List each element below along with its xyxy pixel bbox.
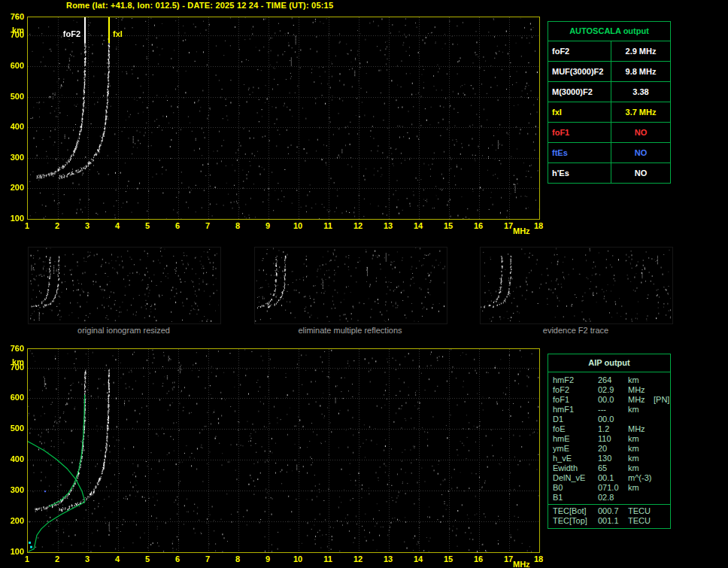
- autoscala-row-value: NO: [611, 163, 670, 183]
- x-tick-label: 15: [440, 221, 457, 230]
- x-tick-label: 8: [229, 554, 246, 563]
- aip-extra: [654, 385, 670, 395]
- aip-name: hmF1: [548, 405, 598, 415]
- x-tick-label: 2: [49, 221, 65, 230]
- x-tick-label: 9: [259, 221, 276, 230]
- autoscala-row: ftEsNO: [548, 143, 670, 163]
- x-tick-label: 16: [470, 221, 487, 230]
- autoscala-row-label: foF1: [548, 123, 611, 142]
- aip-name: B1: [548, 493, 598, 503]
- autoscala-row-label: foF2: [548, 41, 611, 61]
- aip-row: TEC[Top]001.1TECU: [548, 516, 670, 526]
- y-tick-label: 200: [2, 516, 24, 525]
- aip-unit: km: [628, 444, 654, 454]
- x-tick-label: 3: [79, 554, 96, 563]
- aip-row: Ewidth65km: [548, 463, 670, 473]
- x-tick-label: 10: [290, 554, 306, 563]
- aip-name: TEC[Bot]: [548, 506, 598, 516]
- y-tick-label: 200: [2, 183, 24, 192]
- aip-extra: [654, 405, 670, 415]
- aip-val: 02.9: [598, 385, 628, 395]
- aip-extra: [654, 375, 670, 385]
- autoscala-row-value: 9.8 MHz: [611, 62, 670, 81]
- x-tick-label: 10: [290, 221, 306, 230]
- autoscala-row-value: NO: [611, 143, 670, 163]
- x-tick-label: 11: [320, 554, 336, 563]
- aip-unit: [628, 415, 654, 424]
- aip-extra: [654, 454, 670, 463]
- aip-unit: km: [628, 454, 654, 463]
- y-tick-label: 300: [2, 485, 24, 494]
- aip-val: 000.7: [598, 506, 628, 516]
- x-tick-label: 9: [259, 554, 276, 563]
- aip-unit: MHz: [628, 385, 654, 395]
- aip-name: hmE: [548, 434, 598, 444]
- autoscala-row-value: 3.38: [611, 82, 670, 102]
- aip-row: DelN_vE00.1m^(-3): [548, 473, 670, 483]
- aip-unit: MHz: [628, 424, 654, 434]
- aip-tec-separator: [548, 504, 670, 505]
- x-tick-label: 4: [109, 221, 126, 230]
- aip-row: foF100.0MHz[PN]: [548, 395, 670, 405]
- x-tick-label: 18: [530, 221, 547, 230]
- y-tick-label: 760: [2, 344, 24, 353]
- y-axis-unit: km: [2, 357, 24, 366]
- aip-unit: km: [628, 405, 654, 415]
- autoscala-row-value: 3.7 MHz: [611, 102, 670, 122]
- autoscala-table-rows: foF22.9 MHzMUF(3000)F29.8 MHzM(3000)F23.…: [548, 41, 670, 183]
- aip-name: ymE: [548, 444, 598, 454]
- aip-val: 1.2: [598, 424, 628, 434]
- x-tick-label: 14: [410, 554, 426, 563]
- thumbnail-f2-trace: [480, 247, 673, 324]
- autoscala-output-table: AUTOSCALA output foF22.9 MHzMUF(3000)F29…: [548, 21, 671, 184]
- y-axis-unit: km: [2, 26, 24, 35]
- aip-name: hmF2: [548, 375, 598, 385]
- page-title: Rome (lat: +41.8, lon: 012.5) - DATE: 20…: [66, 1, 333, 10]
- y-tick-label: 300: [2, 153, 24, 162]
- thumbnail-original-ionogram: [28, 247, 221, 324]
- aip-name: foF2: [548, 385, 598, 395]
- autoscala-row: M(3000)F23.38: [548, 82, 670, 102]
- aip-extra: [654, 493, 670, 503]
- y-tick-label: 400: [2, 454, 24, 463]
- x-tick-label: 12: [350, 554, 366, 563]
- x-tick-label: 16: [470, 554, 487, 563]
- aip-extra: [654, 473, 670, 483]
- autoscala-row-label: ftEs: [548, 143, 611, 163]
- aip-unit: TECU: [628, 506, 654, 516]
- aip-extra: [654, 483, 670, 493]
- thumbnail-canvas-no-multiples: [255, 248, 445, 322]
- aip-name: DelN_vE: [548, 473, 598, 483]
- y-tick-label: 400: [2, 122, 24, 131]
- autoscala-row-label: fxI: [548, 102, 611, 122]
- aip-table-rows: hmF2264kmfoF202.9MHzfoF100.0MHz[PN]hmF1-…: [548, 372, 670, 503]
- thumbnail-no-multiples: [254, 247, 447, 324]
- ionogram-plot-top: [27, 17, 540, 220]
- x-tick-label: 13: [380, 221, 396, 230]
- aip-output-table: AIP output hmF2264kmfoF202.9MHzfoF100.0M…: [548, 354, 671, 529]
- autoscala-row-label: M(3000)F2: [548, 82, 611, 102]
- x-tick-label: 15: [440, 554, 457, 563]
- autoscala-row: fxI3.7 MHz: [548, 102, 670, 123]
- y-tick-label: 760: [2, 12, 24, 21]
- x-tick-label: 13: [380, 554, 396, 563]
- aip-row: B0071.0km: [548, 483, 670, 493]
- aip-val: 65: [598, 463, 628, 473]
- autoscala-row-label: h'Es: [548, 163, 611, 183]
- aip-name: TEC[Top]: [548, 516, 598, 526]
- x-tick-label: 3: [79, 221, 96, 230]
- aip-unit: km: [628, 483, 654, 493]
- aip-unit: [628, 493, 654, 503]
- thumbnail-caption-no-multiples: eliminate multiple reflections: [254, 326, 446, 335]
- aip-val: 20: [598, 444, 628, 454]
- x-tick-label: 12: [350, 221, 366, 230]
- autoscala-row: foF22.9 MHz: [548, 41, 670, 62]
- aip-row: h_vE130km: [548, 454, 670, 463]
- x-tick-label: 4: [109, 554, 126, 563]
- aip-name: foF1: [548, 395, 598, 405]
- aip-extra: [654, 463, 670, 473]
- y-tick-label: 600: [2, 393, 24, 402]
- aip-row: ymE20km: [548, 444, 670, 454]
- aip-tec-rows: TEC[Bot]000.7TECUTEC[Top]001.1TECU: [548, 506, 670, 526]
- aip-row: foE1.2MHz: [548, 424, 670, 434]
